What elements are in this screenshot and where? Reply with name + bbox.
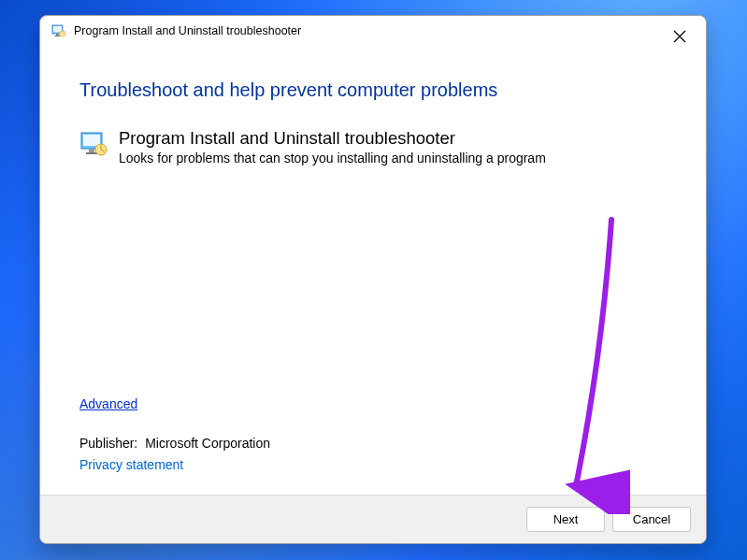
dialog-content: Troubleshoot and help prevent computer p… bbox=[40, 42, 706, 495]
svg-rect-10 bbox=[86, 152, 97, 154]
svg-rect-3 bbox=[55, 36, 61, 36]
dialog-footer: Next Cancel bbox=[40, 495, 706, 543]
svg-rect-8 bbox=[83, 135, 100, 146]
svg-rect-2 bbox=[56, 34, 59, 36]
publisher-row: Publisher: Microsoft Corporation bbox=[79, 436, 667, 451]
titlebar: Program Install and Uninstall troublesho… bbox=[40, 16, 706, 42]
publisher-label: Publisher: bbox=[79, 436, 137, 451]
troubleshooter-icon bbox=[51, 23, 66, 38]
cancel-button[interactable]: Cancel bbox=[612, 507, 691, 532]
close-button[interactable] bbox=[667, 23, 693, 50]
publisher-name: Microsoft Corporation bbox=[145, 436, 270, 451]
page-heading: Troubleshoot and help prevent computer p… bbox=[79, 79, 667, 101]
next-button[interactable]: Next bbox=[526, 507, 605, 532]
program-description: Looks for problems that can stop you ins… bbox=[119, 151, 546, 165]
titlebar-text: Program Install and Uninstall troublesho… bbox=[74, 24, 301, 37]
close-icon bbox=[673, 30, 686, 43]
program-title: Program Install and Uninstall troublesho… bbox=[119, 127, 546, 149]
advanced-link[interactable]: Advanced bbox=[79, 396, 137, 411]
program-row: Program Install and Uninstall troublesho… bbox=[79, 127, 667, 165]
svg-rect-9 bbox=[89, 149, 94, 152]
troubleshooter-dialog: Program Install and Uninstall troublesho… bbox=[39, 15, 707, 544]
svg-rect-1 bbox=[53, 26, 62, 33]
program-icon bbox=[79, 129, 109, 159]
privacy-statement-link[interactable]: Privacy statement bbox=[79, 457, 183, 472]
program-text: Program Install and Uninstall troublesho… bbox=[119, 127, 546, 165]
